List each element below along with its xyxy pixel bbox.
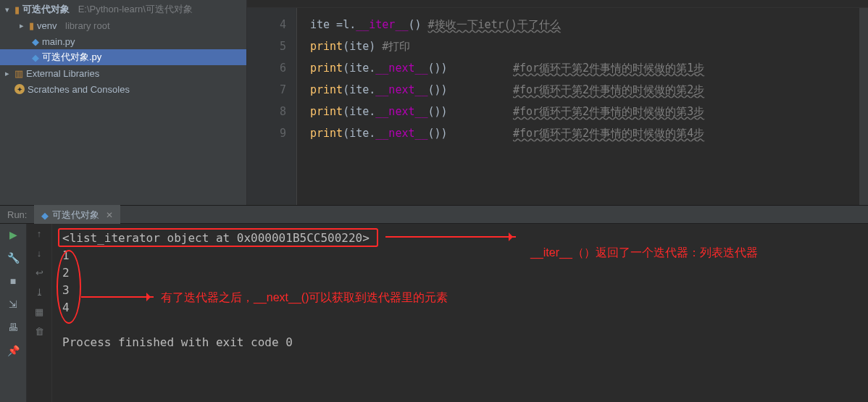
code-line[interactable]: print(ite) #打印 <box>297 35 868 57</box>
line-number: 7 <box>247 79 286 101</box>
tree-external-libraries[interactable]: ▸ ▥ External Libraries <box>0 65 246 81</box>
folder-icon: ▮ <box>14 4 20 15</box>
run-toolbar-left: ▶ 🔧 ■ ⇲ 🖶 📌 <box>0 224 27 402</box>
ext-lib-label: External Libraries <box>26 68 99 79</box>
console-exit-line: Process finished with exit code 0 <box>62 335 293 349</box>
console-line: 1 <box>62 248 70 262</box>
scroll-end-icon[interactable]: ⤓ <box>36 287 43 298</box>
stop-icon[interactable]: ■ <box>7 275 20 288</box>
run-tool-window: Run: ◆ 可迭代对象 ✕ ▶ 🔧 ■ ⇲ 🖶 📌 ↑ ↓ ↩ ⤓ ▦ 🗑 <… <box>0 206 868 402</box>
wrench-icon[interactable]: 🔧 <box>7 251 20 264</box>
run-body: ▶ 🔧 ■ ⇲ 🖶 📌 ↑ ↓ ↩ ⤓ ▦ 🗑 <list_iterator o… <box>0 224 868 402</box>
run-toolbar-steps: ↑ ↓ ↩ ⤓ ▦ 🗑 <box>27 224 52 402</box>
venv-hint: library root <box>65 20 109 31</box>
chevron-right-icon[interactable]: ▸ <box>3 69 12 78</box>
code-area[interactable]: ite =l.__iter__() #接收一下ietr()干了什么 print(… <box>297 8 868 205</box>
console-line: 3 <box>62 283 70 297</box>
step-out-icon[interactable]: ⇲ <box>7 298 20 311</box>
pin-icon[interactable]: 📌 <box>7 344 20 357</box>
editor[interactable]: 4 5 6 7 8 9 ite =l.__iter__() #接收一下ietr(… <box>247 0 868 205</box>
editor-scrollbar[interactable] <box>859 8 868 205</box>
file-main-label: main.py <box>42 36 75 47</box>
console-line: 2 <box>62 266 70 280</box>
python-file-icon: ◆ <box>32 52 39 63</box>
print-icon[interactable]: 🖶 <box>7 321 20 334</box>
top-area: ▾ ▮ 可迭代对象 E:\Python-learn\可迭代对象 ▸ ▮ venv… <box>0 0 868 206</box>
rerun-icon[interactable]: ▶ <box>7 228 20 241</box>
filter-icon[interactable]: ▦ <box>35 306 43 317</box>
soft-wrap-icon[interactable]: ↩ <box>36 267 43 278</box>
scratches-label: Scratches and Consoles <box>28 84 130 95</box>
run-header: Run: ◆ 可迭代对象 ✕ <box>0 206 868 224</box>
line-number: 8 <box>247 101 286 122</box>
down-icon[interactable]: ↓ <box>37 248 42 259</box>
project-tree[interactable]: ▾ ▮ 可迭代对象 E:\Python-learn\可迭代对象 ▸ ▮ venv… <box>0 0 247 205</box>
folder-icon: ▮ <box>29 20 34 31</box>
annotation-arrow-iter <box>385 236 516 238</box>
console-line: <list_iterator object at 0x000001B5CC500… <box>62 231 370 245</box>
code-line[interactable]: print(ite.__next__())#for循环干第2件事情的时候做的第2… <box>297 79 868 101</box>
run-label: Run: <box>0 209 34 220</box>
tree-file-current[interactable]: ◆ 可迭代对象.py <box>0 49 246 65</box>
libraries-icon: ▥ <box>14 68 23 79</box>
editor-body[interactable]: 4 5 6 7 8 9 ite =l.__iter__() #接收一下ietr(… <box>247 8 868 205</box>
line-number: 4 <box>247 14 286 35</box>
run-tab[interactable]: ◆ 可迭代对象 ✕ <box>34 205 120 224</box>
tree-scratches[interactable]: ✦ Scratches and Consoles <box>0 81 246 97</box>
chevron-down-icon[interactable]: ▾ <box>3 5 12 14</box>
python-file-icon: ◆ <box>41 210 49 221</box>
code-line[interactable]: print(ite.__next__())#for循环干第2件事情的时候做的第3… <box>297 101 868 122</box>
run-tab-label: 可迭代对象 <box>52 209 99 222</box>
python-file-icon: ◆ <box>32 36 39 47</box>
tree-venv[interactable]: ▸ ▮ venv library root <box>0 17 246 33</box>
trash-icon[interactable]: 🗑 <box>35 326 44 337</box>
line-number: 5 <box>247 35 286 57</box>
tree-file-main[interactable]: ◆ main.py <box>0 33 246 49</box>
console-output[interactable]: <list_iterator object at 0x000001B5CC500… <box>52 224 868 402</box>
annotation-arrow-next <box>81 296 154 298</box>
console-text[interactable]: <list_iterator object at 0x000001B5CC500… <box>52 224 868 351</box>
project-root-path: E:\Python-learn\可迭代对象 <box>78 3 193 16</box>
venv-label: venv <box>37 20 57 31</box>
scratches-icon: ✦ <box>14 84 25 94</box>
code-line[interactable]: print(ite.__next__())#for循环干第2件事情的时候做的第4… <box>297 122 868 144</box>
annotation-text-iter: __iter__（）返回了一个迭代器：列表迭代器 <box>530 246 758 261</box>
project-root-name: 可迭代对象 <box>22 3 70 16</box>
editor-gutter: 4 5 6 7 8 9 <box>247 8 297 205</box>
chevron-right-icon[interactable]: ▸ <box>17 21 26 30</box>
line-number: 6 <box>247 57 286 79</box>
up-icon[interactable]: ↑ <box>37 228 42 239</box>
annotation-text-next: 有了迭代器之后，__next__()可以获取到迭代器里的元素 <box>161 290 448 306</box>
editor-top-border <box>247 0 868 8</box>
code-line[interactable]: ite =l.__iter__() #接收一下ietr()干了什么 <box>297 14 868 35</box>
line-number: 9 <box>247 122 286 144</box>
tree-project-root[interactable]: ▾ ▮ 可迭代对象 E:\Python-learn\可迭代对象 <box>0 1 246 17</box>
code-line[interactable]: print(ite.__next__())#for循环干第2件事情的时候做的第1… <box>297 57 868 79</box>
console-line: 4 <box>62 301 70 314</box>
close-icon[interactable]: ✕ <box>106 210 113 220</box>
file-current-label: 可迭代对象.py <box>42 51 101 64</box>
